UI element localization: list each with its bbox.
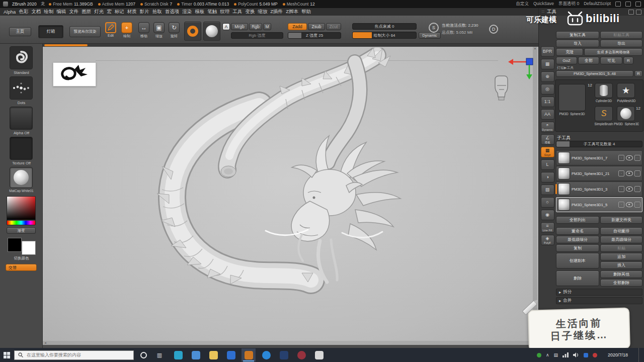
menu-item[interactable]: 宏 <box>105 9 113 15</box>
taskbar-date[interactable]: 2020/7/18 <box>602 352 634 357</box>
menu-item[interactable]: 编辑 <box>55 9 67 15</box>
antivirus-tray-icon[interactable] <box>537 353 541 357</box>
make-polymesh-button[interactable]: 生成 多边形网格物体 <box>584 48 642 56</box>
home-button[interactable]: 主页 <box>9 27 31 36</box>
dynamic-button[interactable]: Dynamic <box>419 32 441 39</box>
pinned-app-red[interactable] <box>294 348 308 361</box>
line-fill-button[interactable]: ≡ Line Fill <box>541 222 554 233</box>
sculptris-pro-icon[interactable]: S <box>429 23 439 33</box>
material-selector[interactable] <box>10 167 33 188</box>
subtool-options-icon[interactable]: ∷ <box>634 202 640 208</box>
list-all-button[interactable]: 全部列出 <box>556 216 599 224</box>
menu-item[interactable]: 笔触 <box>206 9 218 15</box>
floor-grid-button[interactable]: ▦ Gxyz <box>541 147 554 157</box>
pinned-app-edge[interactable] <box>259 348 273 361</box>
merge-section[interactable]: ▸ 合并 <box>556 297 642 304</box>
goz-r-button[interactable]: R <box>623 57 633 64</box>
canvas-hscrollbar[interactable]: ◄► <box>43 341 533 345</box>
focal-shift-slider[interactable]: 焦点衰减 0 <box>352 23 417 30</box>
titlebar-menu-item[interactable]: 自定义 <box>516 1 529 7</box>
a-button[interactable]: A <box>222 23 230 30</box>
zadd-button[interactable]: Zadd <box>288 23 307 30</box>
append-button[interactable]: 追加 <box>600 253 642 260</box>
ghost-button[interactable]: ○ <box>541 197 554 208</box>
actual-size-button[interactable]: 1:1 <box>541 97 554 107</box>
polymesh3d-thumbnail[interactable]: ★ <box>617 83 635 98</box>
active-tool-name-button[interactable]: PM3D_Sphere3D1_5..48 <box>556 70 633 77</box>
taskbar-zbrush-app[interactable] <box>242 348 256 361</box>
goz-button[interactable]: GoZ <box>556 57 577 64</box>
pinned-app-blue[interactable] <box>224 348 238 361</box>
menu-item[interactable]: 文档 <box>30 9 42 15</box>
import-button[interactable]: 导入 <box>556 40 599 47</box>
draw-button[interactable]: + 绘制 <box>120 22 134 41</box>
visibility-eye-icon[interactable] <box>626 155 633 160</box>
visibility-eye-icon[interactable] <box>626 187 633 192</box>
pinned-app-explorer[interactable] <box>206 348 220 361</box>
search-input[interactable] <box>26 352 123 358</box>
scroll-canvas-button[interactable]: ⊕ <box>541 71 554 82</box>
subtool-copy-button[interactable]: 复制 <box>556 244 599 252</box>
visibility-eye-icon[interactable] <box>626 202 633 207</box>
goz-visible-button[interactable]: 可见 <box>600 57 622 64</box>
zsub-button[interactable]: Zsub <box>308 23 325 30</box>
subpixel-aa-button[interactable]: ▦ <box>541 59 554 69</box>
rgb-intensity-slider[interactable]: Rgb 强度 <box>231 32 283 39</box>
menu-item[interactable]: Alpha <box>2 9 17 15</box>
m-button[interactable]: M <box>263 23 271 30</box>
active-tool-thumbnail[interactable] <box>558 84 586 111</box>
mrgb-button[interactable]: Mrgb <box>231 23 248 30</box>
subtool-paste-button[interactable]: 粘贴 <box>600 244 642 252</box>
menu-item[interactable]: 标记 <box>113 9 126 15</box>
draw-size-slider[interactable]: 绘制大小 64 <box>352 32 417 39</box>
subtool-item[interactable]: PM3D_Sphere3D1_21 ◦ ∷ <box>556 166 642 181</box>
insert-button[interactable]: 插入 <box>600 261 642 269</box>
menu-item[interactable]: 文件 <box>67 9 80 15</box>
lowest-subdiv-button[interactable]: 最低级细分 <box>556 236 599 243</box>
simplebrush-thumbnail[interactable]: S <box>595 106 613 121</box>
task-view-button[interactable]: ▥ <box>153 348 166 361</box>
highest-subdiv-button[interactable]: 最高级细分 <box>600 236 642 243</box>
taskbar-search[interactable] <box>14 350 134 360</box>
current-brush-button[interactable] <box>184 22 201 41</box>
lightbox-button[interactable]: 灯箱 <box>38 25 63 38</box>
pinned-app-chat[interactable] <box>189 348 203 361</box>
close-icon[interactable] <box>635 2 641 7</box>
texture-selector[interactable] <box>10 137 33 160</box>
cylinder3d-thumbnail[interactable] <box>595 83 613 98</box>
zcut-button[interactable]: Zcut <box>326 23 341 30</box>
volume-icon[interactable] <box>573 352 579 357</box>
tray-blue-icon[interactable] <box>584 353 588 357</box>
gradient-button[interactable]: 渐变 <box>7 227 36 234</box>
menu-item[interactable]: 材质 <box>126 9 138 15</box>
split-section[interactable]: ▸ 拆分 <box>556 289 642 296</box>
cortana-button[interactable] <box>137 348 150 361</box>
dragon-model[interactable] <box>131 48 423 309</box>
delete-other-button[interactable]: 删除其他 <box>600 270 642 278</box>
visibility-eye-icon[interactable] <box>626 171 633 176</box>
menu-item[interactable]: 帮助 <box>300 9 312 15</box>
menu-item[interactable]: Z脚本 <box>284 9 300 15</box>
solo-button[interactable]: ◉ <box>541 210 554 220</box>
subtool-visible-count-slider[interactable]: 子工具可见数量 4 <box>556 141 642 147</box>
delete-button[interactable]: 删除 <box>556 270 599 286</box>
hue-strip[interactable] <box>7 221 35 225</box>
perspective-button[interactable]: ∠ 透视 <box>541 134 554 145</box>
z-intensity-slider[interactable]: Z 强度 25 <box>288 32 341 39</box>
pinned-app-grid[interactable] <box>312 348 326 361</box>
paint-toggle-icon[interactable]: ◦ <box>618 202 624 208</box>
subtool-item[interactable]: PM3D_Sphere3D1_5 ◦ ∷ <box>556 197 642 212</box>
secondary-color-swatch[interactable] <box>22 241 36 255</box>
stroke-selector[interactable] <box>10 76 33 100</box>
paint-toggle-icon[interactable]: ◦ <box>618 155 624 161</box>
new-folder-button[interactable]: 新建文件夹 <box>600 216 642 224</box>
dynamic-persp-button[interactable]: ◓ Dynamic <box>541 122 554 132</box>
paint-toggle-icon[interactable]: ◦ <box>618 170 624 176</box>
rename-button[interactable]: 重命名 <box>556 227 599 235</box>
subtool-item[interactable]: PM3D_Sphere3D1_3 ◦ ∷ <box>556 182 642 197</box>
alpha-selector[interactable] <box>10 107 33 130</box>
edit-button[interactable]: Edit <box>104 22 118 41</box>
menu-item[interactable]: 色彩 <box>17 9 30 15</box>
titlebar-menu-item[interactable]: 界面透明 0 <box>558 1 579 7</box>
paste-tool-button[interactable]: 粘贴工具 <box>600 31 642 39</box>
